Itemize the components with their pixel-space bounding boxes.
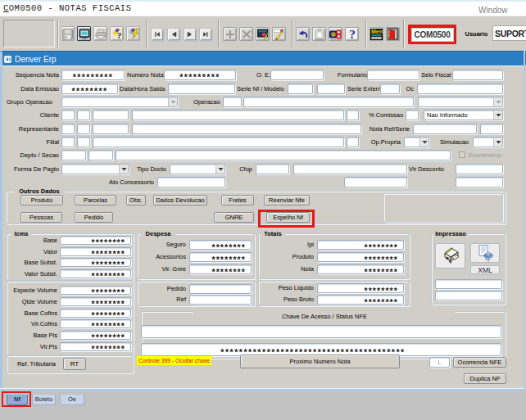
svg-text:Menu: Menu [371, 29, 383, 34]
svg-text:?: ? [116, 30, 121, 39]
svg-text:?: ? [349, 29, 356, 40]
